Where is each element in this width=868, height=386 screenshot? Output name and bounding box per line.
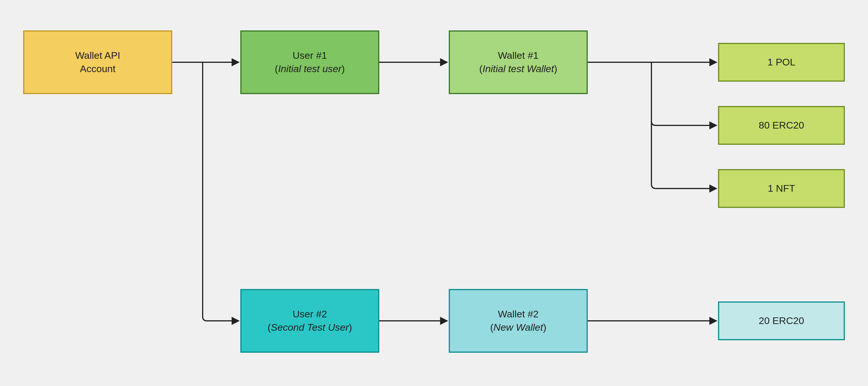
node-subtitle: Second Test User — [268, 321, 352, 334]
node-title: 1 NFT — [768, 182, 795, 195]
node-wallet-1: Wallet #1 Initial test Wallet — [449, 30, 588, 94]
edge-wallet1-erc20 — [651, 62, 717, 125]
node-asset-pol: 1 POL — [718, 43, 845, 82]
node-title: Wallet API — [75, 49, 120, 62]
node-asset-nft: 1 NFT — [718, 169, 845, 208]
node-line2: Account — [80, 62, 116, 76]
node-wallet-api-account: Wallet API Account — [23, 30, 172, 94]
node-title: User #2 — [292, 307, 327, 321]
node-subtitle: Initial test Wallet — [479, 62, 557, 76]
node-title: 20 ERC20 — [759, 314, 804, 327]
node-title: Wallet #1 — [498, 49, 538, 62]
node-wallet-2: Wallet #2 New Wallet — [449, 289, 588, 353]
node-title: Wallet #2 — [498, 307, 538, 321]
node-asset-erc20-b: 20 ERC20 — [718, 301, 845, 340]
node-asset-erc20-a: 80 ERC20 — [718, 106, 845, 145]
node-title: 80 ERC20 — [759, 119, 804, 132]
edge-wallet1-nft — [651, 62, 717, 188]
diagram-canvas: Wallet API Account User #1 Initial test … — [0, 0, 868, 386]
node-user-2: User #2 Second Test User — [240, 289, 379, 353]
edge-account-user2 — [203, 62, 239, 321]
node-subtitle: Initial test user — [275, 62, 345, 76]
node-user-1: User #1 Initial test user — [240, 30, 379, 94]
node-subtitle: New Wallet — [490, 321, 546, 334]
node-title: User #1 — [292, 49, 327, 62]
node-title: 1 POL — [768, 56, 795, 69]
